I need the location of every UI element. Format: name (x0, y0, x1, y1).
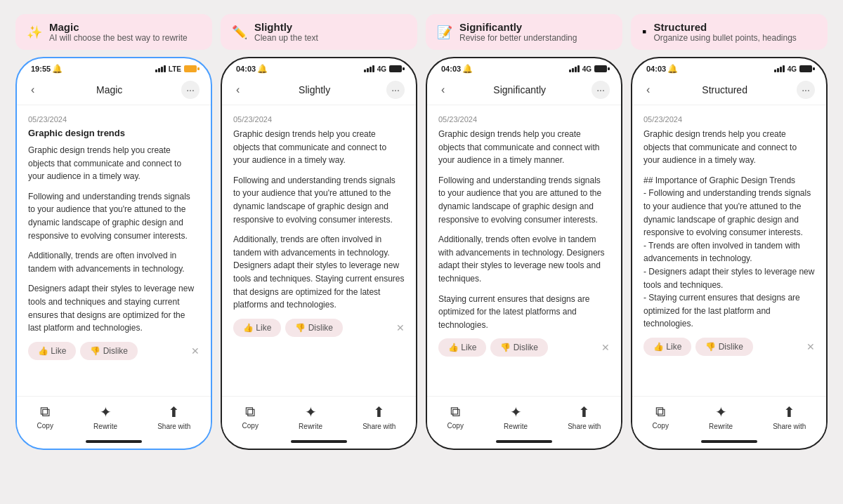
mode-badge-slightly[interactable]: ✏️ Slightly Clean up the text (221, 14, 417, 50)
rewrite-label: Rewrite (93, 423, 117, 430)
dislike-button[interactable]: 👎 Dislike (490, 338, 548, 357)
bottom-btn-rewrite[interactable]: ✦ Rewrite (709, 404, 733, 430)
date-label: 05/23/2024 (28, 115, 200, 124)
status-bar: 19:55 🔔 LTE (17, 58, 211, 77)
back-button[interactable]: ‹ (643, 82, 653, 98)
content-area: 05/23/2024Graphic design trends help you… (222, 105, 416, 396)
home-indicator (701, 440, 757, 443)
home-indicator (291, 440, 347, 443)
mode-title-structured: Structured (653, 21, 796, 33)
like-button[interactable]: 👍 Like (233, 319, 281, 337)
dislike-button[interactable]: 👎 Dislike (285, 319, 343, 337)
bottom-bar: ⧉ Copy ✦ Rewrite ⬆ Share with (222, 396, 416, 440)
feedback-close-button[interactable]: ✕ (191, 345, 200, 357)
copy-label: Copy (242, 422, 259, 430)
paragraph: Following and understanding trends signa… (438, 174, 610, 226)
share with-icon: ⬆ (783, 404, 795, 420)
mode-icon-structured: ▪ (642, 25, 646, 39)
status-bar: 04:03 🔔 4G (632, 58, 826, 77)
bottom-btn-share-with[interactable]: ⬆ Share with (773, 404, 806, 430)
copy-label: Copy (37, 422, 53, 430)
time-label: 04:03 🔔 (646, 64, 678, 74)
bottom-bar: ⧉ Copy ✦ Rewrite ⬆ Share with (427, 396, 621, 440)
column-significantly: 📝 Significantly Revise for better unders… (426, 14, 622, 450)
mode-badge-magic[interactable]: ✨ Magic AI will choose the best way to r… (15, 14, 212, 50)
dislike-button[interactable]: 👎 Dislike (695, 338, 753, 356)
copy-icon: ⧉ (655, 404, 665, 420)
phone-significantly: 04:03 🔔 4G ‹ Significantly ··· 05/23/202… (426, 57, 622, 450)
mode-badge-structured[interactable]: ▪ Structured Organize using bullet point… (631, 14, 828, 50)
more-button[interactable]: ··· (181, 81, 200, 99)
paragraph: Additionally, trends are often involved … (28, 249, 200, 275)
content-body: Graphic design trends help you create ob… (28, 144, 200, 335)
time-label: 04:03 🔔 (236, 64, 268, 74)
mode-subtitle-significantly: Revise for better understanding (459, 33, 577, 43)
feedback-row: 👍 Like 👎 Dislike ✕ (28, 342, 200, 364)
bottom-btn-copy[interactable]: ⧉ Copy (242, 404, 259, 430)
paragraph: Graphic design trends help you create ob… (233, 128, 405, 167)
share with-label: Share with (362, 423, 396, 430)
mode-title-significantly: Significantly (459, 21, 577, 33)
more-button[interactable]: ··· (797, 81, 815, 99)
dislike-button[interactable]: 👎 Dislike (80, 342, 138, 360)
bottom-btn-copy[interactable]: ⧉ Copy (447, 404, 464, 430)
bottom-btn-copy[interactable]: ⧉ Copy (653, 404, 669, 430)
back-button[interactable]: ‹ (28, 82, 37, 98)
mode-subtitle-structured: Organize using bullet points, headings (653, 33, 796, 43)
content-body: Graphic design trends help you create ob… (233, 128, 405, 312)
bottom-btn-share-with[interactable]: ⬆ Share with (157, 404, 190, 430)
copy-label: Copy (447, 422, 464, 430)
signal-icon (569, 65, 580, 72)
bottom-bar: ⧉ Copy ✦ Rewrite ⬆ Share with (632, 396, 826, 440)
feedback-close-button[interactable]: ✕ (396, 322, 405, 333)
home-indicator (496, 440, 552, 443)
battery-icon (389, 65, 402, 72)
paragraph: Additionally, trends often evolve in tan… (438, 233, 610, 285)
nav-title: Significantly (493, 84, 546, 95)
nav-bar: ‹ Magic ··· (17, 77, 211, 105)
more-button[interactable]: ··· (386, 81, 405, 99)
back-button[interactable]: ‹ (438, 82, 447, 98)
date-label: 05/23/2024 (438, 115, 610, 124)
paragraph: Graphic design trends help you create ob… (438, 128, 610, 167)
bottom-btn-share-with[interactable]: ⬆ Share with (362, 404, 396, 430)
paragraph: Graphic design trends help you create ob… (643, 128, 815, 167)
signal-icon (364, 65, 374, 72)
nav-title: Magic (96, 84, 122, 95)
nav-bar: ‹ Structured ··· (632, 77, 826, 105)
mode-title-magic: Magic (49, 21, 188, 33)
feedback-close-button[interactable]: ✕ (601, 342, 610, 353)
back-button[interactable]: ‹ (233, 82, 242, 98)
bottom-btn-rewrite[interactable]: ✦ Rewrite (93, 404, 117, 430)
share with-icon: ⬆ (168, 404, 180, 420)
share with-icon: ⬆ (578, 404, 590, 420)
network-label: LTE (169, 65, 181, 73)
status-bar: 04:03 🔔 4G (427, 58, 621, 77)
like-button[interactable]: 👍 Like (28, 342, 76, 360)
like-button[interactable]: 👍 Like (643, 338, 691, 356)
bottom-btn-rewrite[interactable]: ✦ Rewrite (299, 404, 322, 430)
rewrite-icon: ✦ (510, 404, 522, 420)
nav-title: Structured (702, 84, 747, 95)
column-magic: ✨ Magic AI will choose the best way to r… (15, 14, 212, 450)
rewrite-icon: ✦ (715, 404, 727, 420)
more-button[interactable]: ··· (592, 81, 610, 99)
content-area: 05/23/2024Graphic design trends help you… (427, 105, 621, 396)
copy-icon: ⧉ (245, 404, 255, 420)
feedback-row: 👍 Like 👎 Dislike ✕ (233, 319, 405, 341)
mode-subtitle-slightly: Clean up the text (254, 33, 318, 43)
network-label: 4G (788, 65, 797, 73)
copy-icon: ⧉ (40, 404, 50, 420)
phone-structured: 04:03 🔔 4G ‹ Structured ··· 05/23/2024Gr… (631, 57, 828, 450)
content-area: 05/23/2024Graphic design trends help you… (632, 105, 826, 396)
bottom-btn-share-with[interactable]: ⬆ Share with (568, 404, 601, 430)
share with-label: Share with (568, 423, 601, 430)
mode-title-slightly: Slightly (254, 21, 318, 33)
bottom-btn-copy[interactable]: ⧉ Copy (37, 404, 53, 430)
like-button[interactable]: 👍 Like (438, 338, 486, 357)
bottom-btn-rewrite[interactable]: ✦ Rewrite (504, 404, 528, 430)
feedback-close-button[interactable]: ✕ (806, 341, 815, 352)
column-slightly: ✏️ Slightly Clean up the text 04:03 🔔 4G… (221, 14, 417, 450)
mode-badge-significantly[interactable]: 📝 Significantly Revise for better unders… (426, 14, 622, 50)
mode-icon-magic: ✨ (27, 25, 42, 40)
